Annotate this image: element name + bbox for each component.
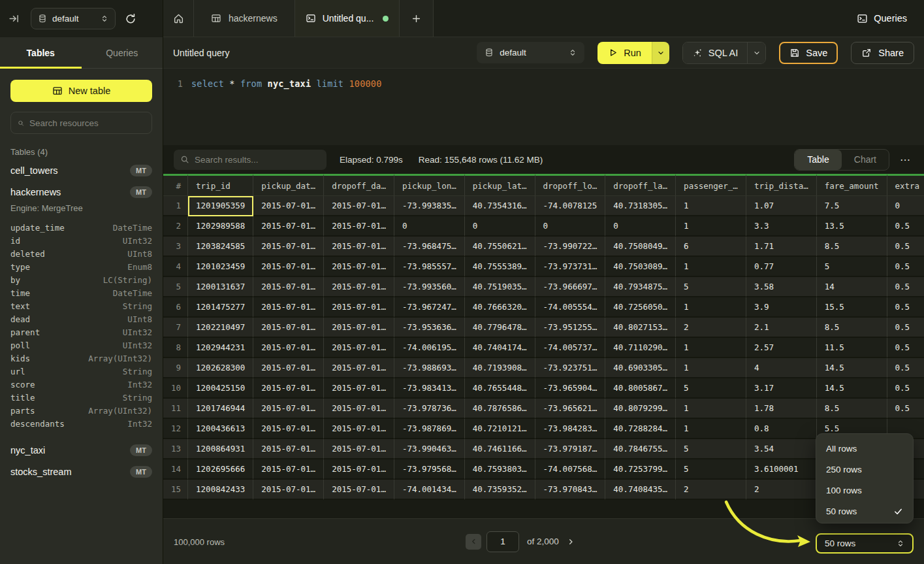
- cell[interactable]: 40.7503089…: [605, 257, 676, 277]
- sidebar-table-hackernews[interactable]: hackernewsMT: [10, 181, 152, 203]
- cell[interactable]: -73.968475…: [394, 237, 465, 257]
- page-size-option[interactable]: 50 rows: [816, 501, 913, 522]
- cell[interactable]: 2015-07-01…: [324, 480, 394, 500]
- results-search[interactable]: [174, 150, 327, 170]
- column-header-passenger_…[interactable]: passenger_…: [676, 174, 746, 196]
- cell[interactable]: 1202628300: [188, 358, 253, 378]
- cell[interactable]: 40.8027153…: [605, 318, 676, 338]
- row-number[interactable]: 14: [163, 459, 188, 480]
- column-header-extra[interactable]: extra: [887, 174, 924, 196]
- cell[interactable]: -73.990463…: [394, 439, 465, 459]
- more-options-icon[interactable]: ⋯: [897, 154, 914, 166]
- cell[interactable]: 1202210497: [188, 318, 253, 338]
- sql-ai-options-caret[interactable]: [747, 42, 765, 63]
- row-number[interactable]: 7: [163, 318, 188, 338]
- cell[interactable]: 2015-07-01…: [324, 237, 394, 257]
- cell[interactable]: 1.78: [746, 399, 817, 419]
- column-header-dropoff_da…[interactable]: dropoff_da…: [324, 174, 394, 196]
- cell[interactable]: 0.5: [887, 237, 924, 257]
- cell[interactable]: 1200425150: [188, 378, 253, 399]
- cell[interactable]: 0: [535, 216, 606, 237]
- cell[interactable]: 2015-07-01…: [253, 399, 324, 419]
- cell[interactable]: 8.5: [817, 399, 887, 419]
- page-size-selector[interactable]: 50 rows: [816, 533, 914, 554]
- cell[interactable]: 2015-07-01…: [324, 399, 394, 419]
- row-number[interactable]: 15: [163, 480, 188, 500]
- cell[interactable]: 8.5: [817, 237, 887, 257]
- cell[interactable]: 15.5: [817, 297, 887, 318]
- cell[interactable]: 0.5: [887, 378, 924, 399]
- cell[interactable]: 2.1: [746, 318, 817, 338]
- cell[interactable]: 2.57: [746, 338, 817, 358]
- cell[interactable]: 40.8079299…: [605, 399, 676, 419]
- cell[interactable]: 1: [676, 399, 746, 419]
- page-size-option[interactable]: All rows: [816, 438, 913, 459]
- cell[interactable]: 2015-07-01…: [253, 257, 324, 277]
- cell[interactable]: 40.7796478…: [465, 318, 535, 338]
- new-table-button[interactable]: New table: [10, 80, 152, 102]
- cell[interactable]: 2015-07-01…: [324, 338, 394, 358]
- cell[interactable]: 0.5: [887, 216, 924, 237]
- cell[interactable]: -73.951255…: [535, 318, 606, 338]
- view-tab-table[interactable]: Table: [795, 150, 841, 170]
- cell[interactable]: 1201475277: [188, 297, 253, 318]
- cell[interactable]: 1200436613: [188, 419, 253, 439]
- cell[interactable]: 2015-07-01…: [253, 297, 324, 318]
- cell[interactable]: 1: [676, 216, 746, 237]
- cell[interactable]: 40.7288284…: [605, 419, 676, 439]
- cell[interactable]: -73.970843…: [535, 480, 606, 500]
- cell[interactable]: 2015-07-01…: [324, 419, 394, 439]
- cell[interactable]: -74.005554…: [535, 297, 606, 318]
- cell[interactable]: 0: [887, 196, 924, 216]
- cell[interactable]: -73.984283…: [535, 419, 606, 439]
- cell[interactable]: 2015-07-01…: [324, 297, 394, 318]
- row-number[interactable]: 4: [163, 257, 188, 277]
- cell[interactable]: -73.990722…: [535, 237, 606, 257]
- cell[interactable]: 3.17: [746, 378, 817, 399]
- cell[interactable]: 5: [817, 257, 887, 277]
- queries-button[interactable]: Queries: [857, 13, 907, 24]
- sidebar-tab-queries[interactable]: Queries: [82, 37, 163, 68]
- cell[interactable]: -73.979568…: [394, 459, 465, 480]
- cell[interactable]: 1202944231: [188, 338, 253, 358]
- column-header-dropoff_la…[interactable]: dropoff_la…: [605, 174, 676, 196]
- sidebar-search-input[interactable]: [29, 118, 145, 128]
- cell[interactable]: 1201746944: [188, 399, 253, 419]
- cell[interactable]: 2015-07-01…: [324, 318, 394, 338]
- cell[interactable]: 40.7655448…: [465, 378, 535, 399]
- share-button[interactable]: Share: [851, 42, 914, 64]
- cell[interactable]: -73.993560…: [394, 277, 465, 297]
- row-number[interactable]: 10: [163, 378, 188, 399]
- save-button[interactable]: Save: [779, 42, 838, 64]
- cell[interactable]: 11.5: [817, 338, 887, 358]
- tab-untitled-query[interactable]: Untitled qu...: [295, 0, 400, 37]
- cell[interactable]: 1: [676, 338, 746, 358]
- cell[interactable]: 6: [676, 237, 746, 257]
- column-header-trip_dista…[interactable]: trip_dista…: [746, 174, 817, 196]
- cell[interactable]: 2015-07-01…: [324, 358, 394, 378]
- cell[interactable]: -74.0078125: [535, 196, 606, 216]
- cell[interactable]: -73.967247…: [394, 297, 465, 318]
- row-number[interactable]: 12: [163, 419, 188, 439]
- cell[interactable]: 40.6903305…: [605, 358, 676, 378]
- column-header-dropoff_lo…[interactable]: dropoff_lo…: [535, 174, 606, 196]
- cell[interactable]: 3.58: [746, 277, 817, 297]
- cell[interactable]: 7.5: [817, 196, 887, 216]
- cell[interactable]: 40.7846755…: [605, 439, 676, 459]
- cell[interactable]: 2015-07-01…: [324, 459, 394, 480]
- cell[interactable]: 2: [676, 318, 746, 338]
- cell[interactable]: -73.987869…: [394, 419, 465, 439]
- cell[interactable]: 0.5: [887, 358, 924, 378]
- cell[interactable]: -73.953636…: [394, 318, 465, 338]
- previous-page-button[interactable]: [466, 534, 481, 550]
- cell[interactable]: -73.979187…: [535, 439, 606, 459]
- run-options-caret[interactable]: [652, 42, 669, 64]
- cell[interactable]: 0: [465, 216, 535, 237]
- cell[interactable]: 1.07: [746, 196, 817, 216]
- cell[interactable]: 2: [746, 480, 817, 500]
- cell[interactable]: 4: [746, 358, 817, 378]
- cell[interactable]: 2015-07-01…: [253, 277, 324, 297]
- cell[interactable]: 2015-07-01…: [324, 257, 394, 277]
- cell[interactable]: 1.71: [746, 237, 817, 257]
- sidebar-table-stocks_stream[interactable]: stocks_streamMT: [10, 461, 152, 482]
